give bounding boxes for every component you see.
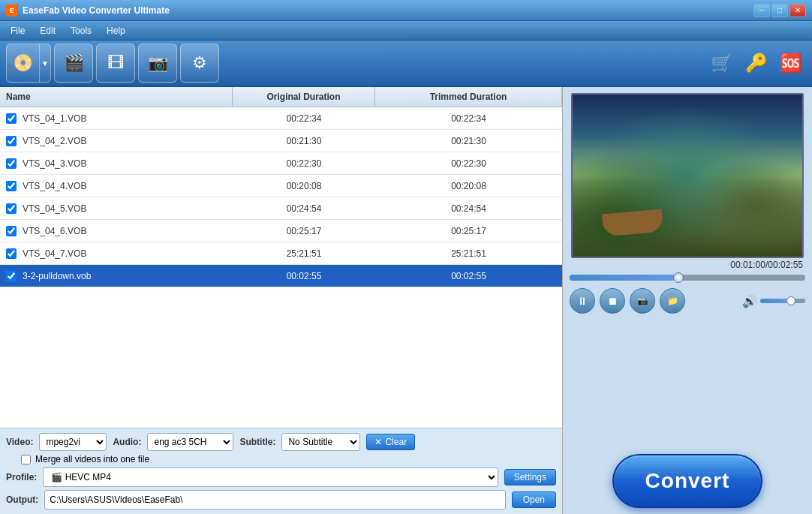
title-left: E EaseFab Video Converter Ultimate [6,5,170,17]
file-checkbox[interactable] [6,113,17,124]
buy-button[interactable]: 🛒 [707,48,737,78]
file-original-duration: 00:22:30 [233,158,375,169]
bottom-controls: Video: mpeg2vi h264 h265 Audio: eng ac3 … [0,428,562,514]
help-button[interactable]: 🆘 [776,48,806,78]
snapshot-button[interactable]: 📷 [138,44,177,83]
add-dvd-button[interactable]: 📀 [6,44,39,83]
file-name: VTS_04_6.VOB [23,226,86,236]
seek-bar[interactable] [570,275,805,281]
settings-toolbar-button[interactable]: ⚙ [180,44,219,83]
file-checkbox[interactable] [6,136,17,146]
open-output-button[interactable]: Open [512,491,556,508]
settings-button[interactable]: Settings [504,469,556,485]
merge-checkbox[interactable] [21,455,31,464]
file-trimmed-duration: 00:02:55 [375,271,562,281]
add-video-icon: 🎬 [64,53,84,73]
video-select[interactable]: mpeg2vi h264 h265 [39,433,107,451]
seek-track[interactable] [570,275,805,281]
menu-bar: File Edit Tools Help [0,21,812,41]
add-video-button[interactable]: 🎬 [54,44,93,83]
file-checkbox[interactable] [6,271,17,281]
subtitle-select[interactable]: No Subtitle English French [281,433,360,451]
file-rows: VTS_04_1.VOB 00:22:34 00:22:34 VTS_04_2.… [0,107,562,424]
file-original-duration: 25:21:51 [233,248,375,259]
video-preview [571,93,804,258]
file-row[interactable]: VTS_04_6.VOB 00:25:17 00:25:17 [0,220,562,242]
stop-button[interactable]: ⏹ [600,288,625,314]
clear-button[interactable]: ✕ Clear [366,434,415,450]
seek-fill [570,275,675,281]
file-name: VTS_04_3.VOB [23,158,86,169]
file-original-duration: 00:25:17 [233,226,375,236]
toolbar-right: 🛒 🔑 🆘 [707,48,806,78]
volume-thumb[interactable] [786,296,795,305]
file-row[interactable]: VTS_04_3.VOB 00:22:30 00:22:30 [0,152,562,175]
folder-button[interactable]: 📁 [660,288,685,314]
merge-row: Merge all videos into one file [6,454,556,464]
video-label: Video: [6,437,33,447]
right-panel: 00:01:00/00:02:55 ⏸ ⏹ 📷 📁 🔊 Convert [563,87,812,514]
main-area: Name Original Duration Trimmed Duration … [0,87,812,514]
edit-video-button[interactable]: 🎞 [96,44,135,83]
menu-edit[interactable]: Edit [32,23,63,38]
profile-label: Profile: [6,472,37,482]
file-checkbox[interactable] [6,226,17,236]
snapshot-pb-button[interactable]: 📷 [630,288,655,314]
file-row[interactable]: VTS_04_1.VOB 00:22:34 00:22:34 [0,107,562,130]
output-row: Output: Open [6,490,556,509]
file-name: VTS_04_5.VOB [23,203,86,214]
minimize-button[interactable]: ─ [753,4,770,17]
pause-button[interactable]: ⏸ [570,288,595,314]
title-bar: E EaseFab Video Converter Ultimate ─ □ ✕ [0,0,812,21]
profile-row: Profile: 🎬 HEVC MP4 MP4 MKV Settings [6,467,556,487]
file-original-duration: 00:24:54 [233,203,375,214]
col-header-original: Original Duration [233,87,375,107]
file-row[interactable]: 3-2-pulldown.vob 00:02:55 00:02:55 [0,265,562,287]
profile-controls: 🎬 HEVC MP4 MP4 MKV Settings [43,467,556,487]
output-path-input[interactable] [44,490,505,509]
edit-video-icon: 🎞 [107,53,124,73]
file-name: VTS_04_4.VOB [23,181,86,191]
seek-thumb[interactable] [673,272,684,283]
col-header-trimmed: Trimmed Duration [375,87,562,107]
file-checkbox[interactable] [6,158,17,169]
file-trimmed-duration: 00:24:54 [375,203,562,214]
file-original-duration: 00:20:08 [233,181,375,191]
file-row[interactable]: VTS_04_5.VOB 00:24:54 00:24:54 [0,197,562,220]
subtitle-label: Subtitle: [239,437,275,447]
file-row[interactable]: VTS_04_4.VOB 00:20:08 00:20:08 [0,175,562,197]
dvd-icon: 📀 [13,53,33,73]
audio-select[interactable]: eng ac3 5CH eng ac3 2CH No Audio [147,433,233,451]
file-trimmed-duration: 00:21:30 [375,136,562,146]
file-trimmed-duration: 25:21:51 [375,248,562,259]
add-dvd-dropdown[interactable]: ▼ [39,44,51,83]
file-checkbox[interactable] [6,181,17,191]
app-title: EaseFab Video Converter Ultimate [23,5,170,16]
file-name: 3-2-pulldown.vob [23,271,91,281]
snapshot-icon: 📷 [148,53,168,73]
menu-help[interactable]: Help [99,23,133,38]
toolbar: 📀 ▼ 🎬 🎞 📷 ⚙ 🛒 🔑 🆘 [0,41,812,87]
file-checkbox[interactable] [6,248,17,259]
merge-label: Merge all videos into one file [35,454,149,464]
time-display: 00:01:00/00:02:55 [730,260,803,270]
file-checkbox[interactable] [6,203,17,214]
volume-area: 🔊 [742,294,805,308]
register-button[interactable]: 🔑 [741,48,771,78]
profile-select[interactable]: 🎬 HEVC MP4 MP4 MKV [43,467,498,487]
file-name: VTS_04_1.VOB [23,113,86,124]
clear-icon: ✕ [374,437,382,447]
volume-icon[interactable]: 🔊 [742,294,757,308]
file-list-header: Name Original Duration Trimmed Duration [0,87,562,107]
volume-track[interactable] [760,299,805,303]
menu-tools[interactable]: Tools [63,23,99,38]
file-row[interactable]: VTS_04_2.VOB 00:21:30 00:21:30 [0,130,562,152]
left-panel: Name Original Duration Trimmed Duration … [0,87,563,514]
file-name: VTS_04_2.VOB [23,136,86,146]
menu-file[interactable]: File [3,23,32,38]
convert-button[interactable]: Convert [612,454,762,508]
close-button[interactable]: ✕ [789,4,806,17]
maximize-button[interactable]: □ [771,4,788,17]
app-icon: E [6,5,18,17]
file-row[interactable]: VTS_04_7.VOB 25:21:51 25:21:51 [0,242,562,265]
